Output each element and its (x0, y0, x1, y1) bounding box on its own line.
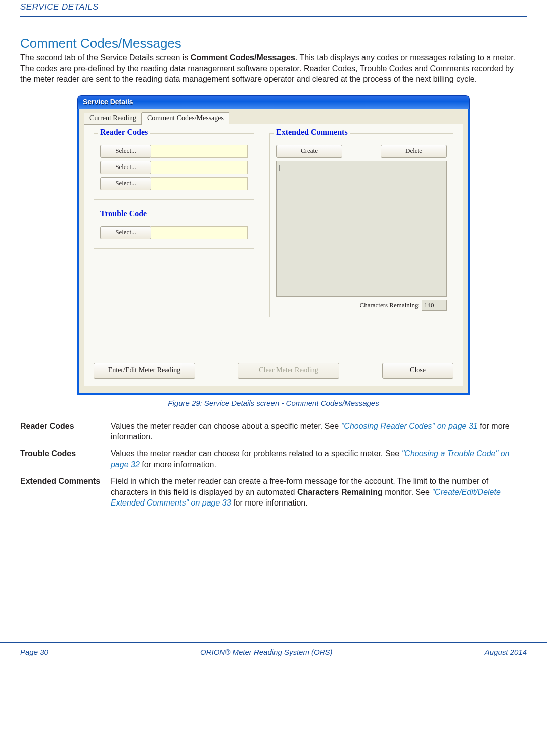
extended-comments-legend: Extended Comments (274, 128, 350, 137)
def-term-reader-codes: Reader Codes (20, 417, 111, 445)
reader-code-select-3[interactable]: Select... (100, 177, 151, 190)
reader-code-value-3 (151, 177, 248, 190)
def-ec-bold: Characters Remaining (297, 488, 383, 496)
service-details-window: Service Details Current Reading Comment … (77, 95, 470, 395)
header-section-label: SERVICE DETAILS (20, 0, 527, 17)
chars-remaining-value: 140 (422, 300, 447, 311)
window-titlebar: Service Details (77, 95, 470, 109)
reader-codes-legend: Reader Codes (98, 128, 150, 137)
tab-comment-codes[interactable]: Comment Codes/Messages (142, 112, 229, 124)
def-tc-t1: Values the meter reader can choose for p… (111, 449, 402, 458)
figure-caption: Figure 29: Service Details screen - Comm… (77, 399, 470, 407)
tab-strip: Current Reading Comment Codes/Messages (84, 112, 463, 124)
close-button[interactable]: Close (382, 363, 453, 379)
delete-button[interactable]: Delete (381, 145, 447, 158)
reader-code-value-1 (151, 145, 248, 158)
def-desc-trouble-codes: Values the meter reader can choose for p… (111, 445, 527, 473)
def-term-trouble-codes: Trouble Codes (20, 445, 111, 473)
trouble-code-value (151, 226, 248, 239)
tab-panel: Reader Codes Select... Select... (84, 124, 463, 386)
extended-comments-group: Extended Comments Create Delete | Charac… (269, 133, 453, 317)
tab-current-reading[interactable]: Current Reading (84, 113, 142, 125)
page-footer: Page 30 ORION® Meter Reading System (ORS… (0, 642, 547, 671)
intro-text-1: The second tab of the Service Details sc… (20, 53, 191, 62)
chars-remaining-label: Characters Remaining: (360, 301, 420, 309)
footer-product: ORION® Meter Reading System (ORS) (200, 648, 333, 656)
extended-comments-textarea[interactable]: | (276, 161, 447, 297)
trouble-code-group: Trouble Code Select... (94, 215, 254, 249)
reader-code-value-2 (151, 161, 248, 174)
def-desc-reader-codes: Values the meter reader can choose about… (111, 417, 527, 445)
clear-meter-reading-button: Clear Meter Reading (238, 363, 339, 379)
intro-bold: Comment Codes/Messages (191, 53, 295, 62)
intro-paragraph: The second tab of the Service Details sc… (20, 52, 527, 85)
link-choosing-reader-codes[interactable]: "Choosing Reader Codes" on page 31 (341, 422, 478, 430)
create-button[interactable]: Create (276, 145, 342, 158)
def-rc-t1: Values the meter reader can choose about… (111, 422, 341, 430)
section-title: Comment Codes/Messages (20, 36, 527, 51)
def-term-extended-comments: Extended Comments (20, 473, 111, 512)
enter-edit-meter-reading-button[interactable]: Enter/Edit Meter Reading (94, 363, 195, 379)
def-ec-t2: monitor. See (383, 488, 432, 496)
trouble-code-legend: Trouble Code (98, 209, 149, 218)
trouble-code-select[interactable]: Select... (100, 226, 151, 239)
def-tc-t2: for more information. (140, 460, 216, 469)
def-ec-t3: for more information. (231, 498, 308, 507)
def-desc-extended-comments: Field in which the meter reader can crea… (111, 473, 527, 512)
footer-date: August 2014 (485, 648, 527, 656)
reader-codes-group: Reader Codes Select... Select... (94, 133, 254, 200)
footer-page: Page 30 (20, 648, 48, 656)
reader-code-select-2[interactable]: Select... (100, 161, 151, 174)
reader-code-select-1[interactable]: Select... (100, 145, 151, 158)
definitions-table: Reader Codes Values the meter reader can… (20, 417, 527, 512)
